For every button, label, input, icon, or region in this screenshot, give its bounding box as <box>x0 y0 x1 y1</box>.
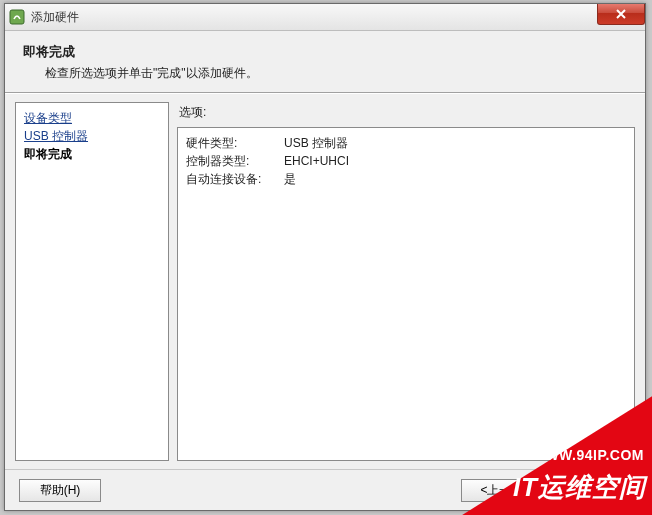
summary-value: 是 <box>284 170 296 188</box>
svg-rect-0 <box>10 10 24 24</box>
summary-key: 控制器类型: <box>186 152 284 170</box>
close-button[interactable] <box>597 4 645 25</box>
finish-button[interactable]: 完成 <box>549 479 631 502</box>
wizard-header: 即将完成 检查所选选项并单击"完成"以添加硬件。 <box>5 31 645 92</box>
button-row: 帮助(H) <上一步 完成 <box>5 469 645 510</box>
help-button[interactable]: 帮助(H) <box>19 479 101 502</box>
window-title: 添加硬件 <box>31 9 79 26</box>
summary-row: 控制器类型: EHCI+UHCI <box>186 152 626 170</box>
sidebar-step-ready: 即将完成 <box>24 145 160 163</box>
titlebar: 添加硬件 <box>5 4 645 31</box>
summary-row: 自动连接设备: 是 <box>186 170 626 188</box>
summary-row: 硬件类型: USB 控制器 <box>186 134 626 152</box>
options-label: 选项: <box>179 104 635 121</box>
steps-sidebar: 设备类型 USB 控制器 即将完成 <box>15 102 169 461</box>
summary-value: USB 控制器 <box>284 134 348 152</box>
main-panel: 选项: 硬件类型: USB 控制器 控制器类型: EHCI+UHCI 自动连接设… <box>177 102 635 461</box>
summary-box: 硬件类型: USB 控制器 控制器类型: EHCI+UHCI 自动连接设备: 是 <box>177 127 635 461</box>
close-icon <box>615 9 627 19</box>
back-button[interactable]: <上一步 <box>461 479 543 502</box>
dialog-window: 添加硬件 即将完成 检查所选选项并单击"完成"以添加硬件。 设备类型 USB 控… <box>4 3 646 511</box>
summary-value: EHCI+UHCI <box>284 152 349 170</box>
sidebar-step-usb-controller[interactable]: USB 控制器 <box>24 127 160 145</box>
app-icon <box>9 9 25 25</box>
summary-key: 自动连接设备: <box>186 170 284 188</box>
page-title: 即将完成 <box>23 43 627 61</box>
content-area: 设备类型 USB 控制器 即将完成 选项: 硬件类型: USB 控制器 控制器类… <box>5 94 645 469</box>
page-subtitle: 检查所选选项并单击"完成"以添加硬件。 <box>45 65 627 82</box>
sidebar-step-device-type[interactable]: 设备类型 <box>24 109 160 127</box>
summary-key: 硬件类型: <box>186 134 284 152</box>
